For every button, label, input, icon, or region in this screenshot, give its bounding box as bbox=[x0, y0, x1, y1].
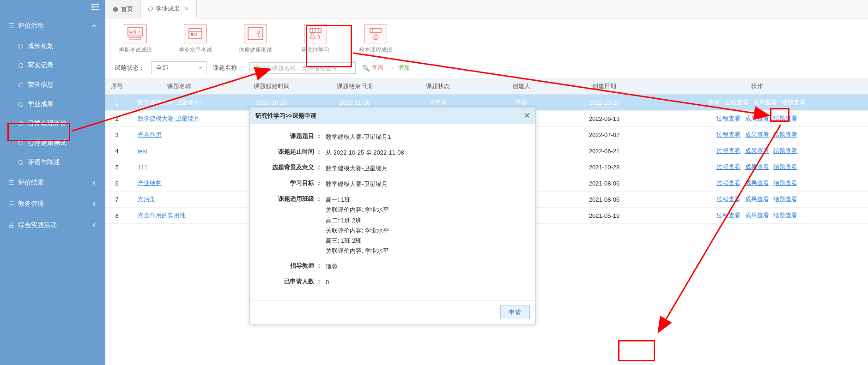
fitness-icon bbox=[244, 24, 267, 43]
sidebar-collapse-button[interactable] bbox=[0, 0, 105, 15]
action-conclude-view[interactable]: 结题查看 bbox=[773, 147, 797, 154]
action-process-view[interactable]: 过程查看 bbox=[716, 115, 741, 122]
topic-name-link[interactable]: 光合作用的实用性 bbox=[138, 212, 186, 219]
action-conclude-view[interactable]: 结题查看 bbox=[773, 163, 797, 170]
sidebar-item-label: 日常表现评价 bbox=[28, 120, 67, 128]
svg-point-8 bbox=[257, 31, 260, 34]
svg-text:成: 成 bbox=[374, 36, 377, 39]
tool-school-course[interactable]: 成 校本课程成绩 bbox=[355, 24, 396, 54]
action-apply[interactable]: 申请 bbox=[708, 99, 720, 106]
cell-actions: 申请 过程查看 成果查看 结题查看 bbox=[646, 95, 868, 111]
action-conclude-view[interactable]: 结题查看 bbox=[773, 196, 797, 203]
sidebar-item-label: 荣誉信息 bbox=[28, 81, 54, 89]
cell-index: 8 bbox=[105, 208, 128, 224]
circle-icon bbox=[18, 141, 23, 145]
topic-name-link[interactable]: test bbox=[138, 148, 147, 155]
search-icon: 🔍 bbox=[362, 65, 370, 72]
svg-rect-6 bbox=[194, 33, 196, 36]
action-result-view[interactable]: 成果查看 bbox=[745, 147, 769, 154]
action-conclude-view[interactable]: 结题查看 bbox=[773, 180, 797, 186]
action-process-view[interactable]: 过程查看 bbox=[716, 180, 741, 186]
action-process-view[interactable]: 过程查看 bbox=[716, 212, 741, 219]
action-process-view[interactable]: 过程查看 bbox=[716, 147, 741, 154]
topic-name-link[interactable]: 光污染 bbox=[138, 196, 156, 203]
sidebar-item-record[interactable]: 写实记录 bbox=[0, 56, 105, 75]
svg-rect-5 bbox=[191, 33, 193, 36]
action-result-view[interactable]: 成果查看 bbox=[745, 196, 769, 203]
sidebar-item-comments[interactable]: 评语与陈述 bbox=[0, 153, 105, 172]
modal-close-button[interactable]: ✕ bbox=[524, 111, 530, 120]
sidebar-item-honor[interactable]: 荣誉信息 bbox=[0, 75, 105, 95]
action-conclude-view[interactable]: 结题查看 bbox=[782, 99, 806, 106]
add-button[interactable]: ＋增加 bbox=[390, 64, 410, 72]
query-button[interactable]: 🔍查询 bbox=[362, 64, 383, 72]
cell-name: 数学建模大赛-卫星绕月 bbox=[128, 111, 230, 127]
modal-title: 研究性学习>>课题申请 bbox=[255, 112, 316, 120]
col-status: 课题状态 bbox=[396, 78, 480, 95]
action-conclude-view[interactable]: 结题查看 bbox=[773, 212, 797, 219]
modal-header: 研究性学习>>课题申请 ✕ bbox=[250, 108, 535, 124]
tool-research-learning[interactable]: 研究性学习 bbox=[295, 24, 336, 54]
filter-bar: 课题状态： 全部 课题名称： 🔍查询 ＋增加 bbox=[105, 58, 868, 78]
lab-icon bbox=[304, 24, 327, 43]
tool-label: 研究性学习 bbox=[295, 46, 336, 54]
submit-apply-button[interactable]: 申请 bbox=[500, 305, 530, 319]
nav-section-evaluation[interactable]: ☰评价活动 bbox=[0, 15, 105, 36]
tool-physical-test[interactable]: 体质健康测试 bbox=[235, 24, 276, 54]
topic-name-link[interactable]: 产业结构 bbox=[138, 180, 162, 186]
topic-name-link[interactable]: 数学建模大赛-卫星绕月 bbox=[138, 115, 200, 122]
nav-section-label: 评价结果 bbox=[18, 179, 44, 187]
action-result-view[interactable]: 成果查看 bbox=[745, 180, 769, 186]
nav-section-practice[interactable]: ☰综合实践活动 bbox=[0, 215, 105, 236]
button-label: 增加 bbox=[398, 64, 410, 72]
close-icon[interactable]: ✕ bbox=[184, 6, 189, 12]
sidebar-item-daily-evaluation[interactable]: 日常表现评价 bbox=[0, 114, 105, 133]
col-start: 课题起始时间 bbox=[230, 78, 313, 95]
action-process-view[interactable]: 过程查看 bbox=[716, 196, 741, 203]
action-result-view[interactable]: 成果查看 bbox=[745, 212, 769, 219]
form-value-class: 高一: 1班关联评价内容: 学业水平高二: 1班 2班关联评价内容: 学业水平高… bbox=[326, 195, 524, 256]
action-result-view[interactable]: 成果查看 bbox=[745, 131, 769, 138]
tab-home[interactable]: ⬢ 首页 bbox=[105, 0, 141, 18]
sidebar-item-academic-results[interactable]: 学业成果 bbox=[0, 95, 105, 114]
cell-name: test bbox=[128, 143, 230, 159]
topic-name-link[interactable]: 光合作用 bbox=[138, 131, 162, 138]
tab-academic-results[interactable]: 学业成果 ✕ bbox=[141, 0, 197, 18]
select-value: 全部 bbox=[156, 64, 168, 71]
col-creator: 创建人 bbox=[480, 78, 563, 95]
action-result-view[interactable]: 成果查看 bbox=[745, 163, 769, 170]
svg-line-14 bbox=[320, 38, 321, 40]
sidebar-item-growth-plan[interactable]: 成长规划 bbox=[0, 36, 105, 56]
tool-semester-exam[interactable]: 成绩 99 学期考试成绩 bbox=[115, 24, 156, 54]
filter-name-input[interactable] bbox=[249, 62, 356, 74]
sidebar-item-label: 心理健康测试 bbox=[28, 139, 67, 147]
circle-icon bbox=[18, 102, 23, 107]
svg-rect-7 bbox=[248, 28, 263, 40]
tool-label: 校本课程成绩 bbox=[355, 46, 396, 54]
tool-level-exam[interactable]: 学业水平考试 bbox=[175, 24, 216, 54]
nav-section-results[interactable]: ☰评价结果 bbox=[0, 172, 105, 193]
form-value-goal: 数学建模大赛-卫星绕月 bbox=[326, 179, 524, 189]
action-result-view[interactable]: 成果查看 bbox=[745, 115, 769, 122]
cell-index: 4 bbox=[105, 143, 128, 159]
nav-section-academic-mgmt[interactable]: ☰教务管理 bbox=[0, 193, 105, 215]
sidebar-item-mental-health[interactable]: 心理健康测试 bbox=[0, 133, 105, 153]
action-conclude-view[interactable]: 结题查看 bbox=[773, 115, 797, 122]
cell-name: 数学建模大赛-卫星绕月1 bbox=[128, 95, 230, 111]
sidebar-item-label: 写实记录 bbox=[28, 61, 54, 70]
action-conclude-view[interactable]: 结题查看 bbox=[773, 131, 797, 138]
action-result-view[interactable]: 成果查看 bbox=[753, 99, 777, 106]
tab-label: 学业成果 bbox=[156, 5, 180, 13]
topic-name-link[interactable]: 111 bbox=[138, 164, 148, 171]
svg-text:成绩 99: 成绩 99 bbox=[129, 30, 142, 34]
action-process-view[interactable]: 过程查看 bbox=[716, 131, 741, 138]
form-value-count: 0 bbox=[326, 277, 524, 287]
chevron-left-icon bbox=[91, 201, 97, 207]
cell-name: 111 bbox=[128, 159, 230, 175]
cell-actions: 过程查看 成果查看 结题查看 bbox=[646, 127, 868, 143]
action-process-view[interactable]: 过程查看 bbox=[716, 163, 741, 170]
cell-date: 2022-06-21 bbox=[563, 143, 646, 159]
topic-name-link[interactable]: 数学建模大赛-卫星绕月1 bbox=[138, 99, 203, 106]
filter-status-select[interactable]: 全部 bbox=[151, 61, 206, 74]
action-process-view[interactable]: 过程查看 bbox=[725, 99, 749, 106]
